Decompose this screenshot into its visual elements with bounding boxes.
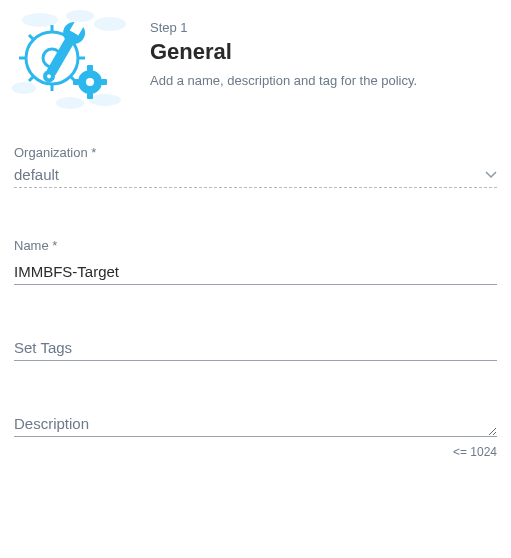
chevron-down-icon	[485, 169, 497, 181]
svg-point-1	[66, 10, 94, 22]
gear-wrench-icon	[10, 10, 130, 110]
description-hint: <= 1024	[14, 445, 497, 459]
svg-point-3	[12, 82, 36, 94]
svg-point-5	[56, 97, 84, 109]
svg-point-2	[94, 17, 126, 31]
description-field: <= 1024	[14, 411, 497, 459]
organization-label: Organization *	[14, 145, 497, 160]
name-input[interactable]	[14, 259, 497, 285]
name-label: Name *	[14, 238, 497, 253]
svg-rect-10	[87, 65, 93, 71]
svg-point-4	[89, 94, 121, 106]
organization-select[interactable]: default	[14, 166, 497, 188]
description-input[interactable]	[14, 411, 497, 437]
page-header: Step 1 General Add a name, description a…	[10, 10, 501, 110]
page-subtitle: Add a name, description and tag for the …	[150, 73, 417, 88]
policy-illustration	[10, 10, 130, 110]
name-field: Name *	[14, 238, 497, 285]
header-text-block: Step 1 General Add a name, description a…	[150, 10, 417, 110]
tags-field	[14, 335, 497, 361]
page-title: General	[150, 39, 417, 65]
step-label: Step 1	[150, 20, 417, 35]
policy-form: Organization * default Name * <= 1024	[10, 145, 501, 459]
svg-rect-13	[101, 79, 107, 85]
svg-rect-12	[73, 79, 79, 85]
svg-rect-11	[87, 93, 93, 99]
organization-value: default	[14, 166, 59, 183]
svg-point-9	[86, 78, 94, 86]
svg-point-0	[22, 13, 58, 27]
tags-input[interactable]	[14, 335, 497, 361]
organization-field: Organization * default	[14, 145, 497, 188]
